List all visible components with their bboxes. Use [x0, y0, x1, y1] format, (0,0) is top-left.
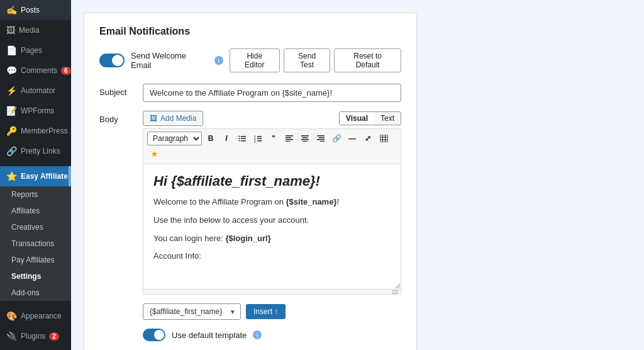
svg-rect-15 [286, 141, 290, 142]
svg-rect-19 [303, 141, 308, 142]
sidebar-item-transactions[interactable]: Transactions [0, 235, 71, 252]
visual-text-tabs: Visual Text [339, 111, 401, 125]
editor-line3: You can login here: {$login_url} [153, 232, 391, 246]
link-button[interactable]: 🔗 [330, 132, 343, 145]
bold-button[interactable]: B [204, 132, 218, 145]
insert-row: {$affiliate_first_name} ▼ Insert ↑ [143, 303, 401, 320]
table-button[interactable] [377, 132, 391, 145]
editor-toolbar: Paragraph B I 1.2.3. " [143, 128, 401, 164]
sidebar-item-memberpress[interactable]: 🔑 MemberPress [0, 121, 71, 141]
sidebar-item-pretty-links[interactable]: 🔗 Pretty Links [0, 141, 71, 161]
editor-wrapper: 🖼 Add Media Visual Text Paragraph B I [143, 111, 401, 341]
use-default-template-row: Use default template i [143, 329, 401, 341]
italic-button[interactable]: I [219, 132, 233, 145]
subject-row: Subject [99, 84, 401, 102]
toggle-info-icon[interactable]: i [214, 56, 223, 65]
editor-top-bar: 🖼 Add Media Visual Text [143, 111, 401, 126]
add-media-icon: 🖼 [150, 114, 157, 123]
memberpress-icon: 🔑 [6, 126, 17, 136]
send-test-button[interactable]: Send Test [284, 48, 330, 72]
plugins-badge: 2 [49, 332, 59, 341]
sidebar-item-automator[interactable]: ⚡ Automator [0, 81, 71, 101]
svg-rect-24 [380, 135, 388, 142]
appearance-icon: 🎨 [6, 311, 17, 321]
blockquote-button[interactable]: " [267, 132, 280, 145]
toggle-label: Send Welcome Email [131, 51, 208, 70]
automator-icon: ⚡ [6, 86, 17, 96]
sidebar-item-settings[interactable]: Settings [0, 268, 71, 285]
svg-rect-20 [317, 135, 325, 137]
star-button[interactable]: ★ [147, 147, 161, 161]
sidebar-item-users[interactable]: 👤 Users [0, 346, 71, 350]
sidebar-item-affiliates[interactable]: Affiliates [0, 203, 71, 219]
pretty-links-icon: 🔗 [6, 146, 17, 156]
svg-point-0 [239, 136, 240, 137]
svg-rect-13 [286, 137, 291, 138]
use-default-info-icon[interactable]: i [253, 330, 262, 339]
paragraph-select[interactable]: Paragraph [147, 132, 202, 145]
sidebar-item-reports[interactable]: Reports [0, 186, 71, 203]
sidebar-item-posts[interactable]: ✍ Posts [0, 0, 71, 20]
easy-affiliate-icon: ⭐ [6, 171, 17, 181]
visual-tab[interactable]: Visual [340, 112, 374, 125]
text-tab[interactable]: Text [374, 112, 401, 125]
svg-rect-3 [241, 138, 246, 140]
add-media-button[interactable]: 🖼 Add Media [143, 111, 203, 126]
sidebar-item-pages[interactable]: 📄 Pages [0, 40, 71, 60]
sidebar: ✍ Posts 🖼 Media 📄 Pages 💬 Comments 6 ⚡ A… [0, 0, 71, 350]
svg-rect-22 [317, 139, 325, 140]
variable-select[interactable]: {$affiliate_first_name} [143, 303, 241, 320]
sidebar-item-media[interactable]: 🖼 Media [0, 20, 71, 40]
subject-input[interactable] [143, 84, 401, 102]
sidebar-item-wpforms[interactable]: 📝 WPForms [0, 101, 71, 121]
svg-rect-7 [257, 136, 262, 137]
insert-button[interactable]: Insert ↑ [246, 304, 286, 319]
sidebar-item-appearance[interactable]: 🎨 Appearance [0, 306, 71, 326]
sidebar-item-creatives[interactable]: Creatives [0, 219, 71, 235]
editor-resize-handle[interactable] [143, 290, 401, 295]
reset-to-default-button[interactable]: Reset to Default [334, 48, 401, 72]
use-default-template-label: Use default template [172, 330, 247, 340]
fullscreen-button[interactable]: ⤢ [361, 132, 375, 145]
body-label: Body [99, 111, 134, 124]
wpforms-icon: 📝 [6, 106, 17, 116]
svg-rect-21 [319, 137, 325, 138]
editor-body[interactable]: Hi {$affiliate_first_name}! Welcome to t… [143, 164, 401, 290]
pages-icon: 📄 [6, 45, 17, 55]
body-row: Body 🖼 Add Media Visual Text P [99, 111, 401, 341]
use-default-template-toggle[interactable] [143, 329, 165, 341]
editor-btn-group: Hide Editor Send Test Reset to Default [230, 48, 402, 72]
panel-title: Email Notifications [99, 26, 401, 37]
svg-rect-1 [241, 136, 246, 137]
sidebar-item-easy-affiliate[interactable]: ⭐ Easy Affiliate [0, 166, 71, 186]
sidebar-item-plugins[interactable]: 🔌 Plugins 2 [0, 326, 71, 346]
toggle-row: Send Welcome Email i Hide Editor Send Te… [99, 48, 401, 72]
svg-text:3.: 3. [254, 140, 256, 142]
align-center-button[interactable] [298, 132, 312, 145]
editor-heading: Hi {$affiliate_first_name}! [153, 173, 391, 189]
svg-rect-16 [301, 135, 309, 137]
svg-rect-14 [286, 139, 293, 140]
sidebar-item-pay-affiliates[interactable]: Pay Affiliates [0, 252, 71, 268]
svg-rect-17 [303, 137, 308, 138]
variable-select-wrapper: {$affiliate_first_name} ▼ [143, 303, 241, 320]
align-right-button[interactable] [314, 132, 328, 145]
main-content: Email Notifications Send Welcome Email i… [71, 0, 644, 350]
sidebar-item-add-ons[interactable]: Add-ons [0, 285, 71, 301]
svg-rect-5 [241, 140, 246, 142]
number-list-button[interactable]: 1.2.3. [251, 132, 265, 145]
hide-editor-button[interactable]: Hide Editor [230, 48, 280, 72]
media-icon: 🖼 [6, 25, 15, 35]
sidebar-item-comments[interactable]: 💬 Comments 6 [0, 60, 71, 81]
align-left-button[interactable] [282, 132, 296, 145]
bullet-list-button[interactable] [235, 132, 249, 145]
send-welcome-email-toggle[interactable] [99, 54, 125, 67]
subject-label: Subject [99, 84, 134, 97]
horizontal-rule-button[interactable]: — [345, 132, 359, 145]
svg-rect-23 [320, 141, 325, 142]
easy-affiliate-submenu: Reports Affiliates Creatives Transaction… [0, 186, 71, 301]
editor-line1: Welcome to the Affiliate Program on {$si… [153, 196, 391, 209]
posts-icon: ✍ [6, 5, 17, 15]
svg-point-2 [239, 138, 240, 139]
svg-point-4 [239, 140, 240, 142]
